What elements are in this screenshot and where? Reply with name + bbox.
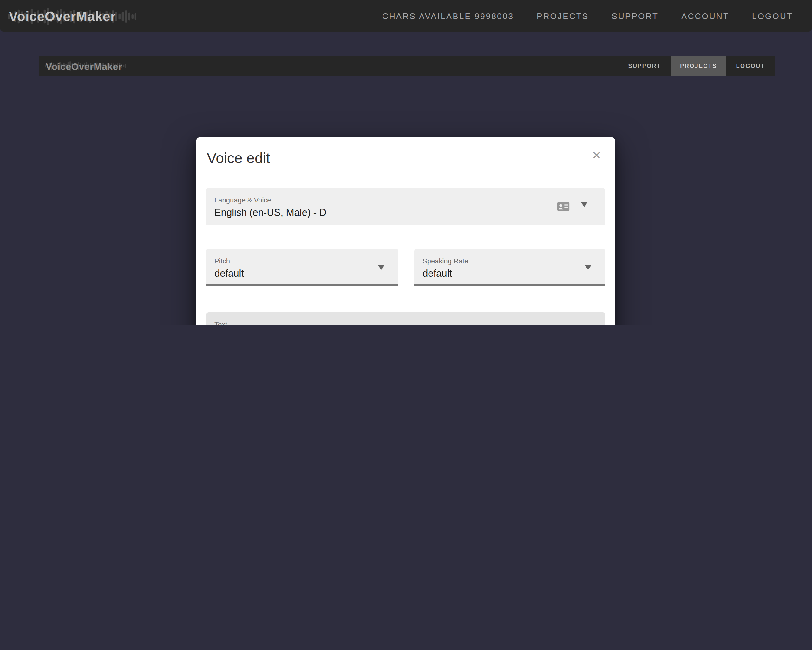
speaking-rate-value: default bbox=[423, 268, 452, 279]
chars-available-label: CHARS AVAILABLE 9998003 bbox=[382, 11, 514, 21]
app-logo[interactable]: VoiceOverMaker bbox=[9, 3, 116, 29]
editor-nav-projects[interactable]: PROJECTS bbox=[670, 57, 727, 75]
nav-account[interactable]: ACCOUNT bbox=[681, 11, 729, 21]
topbar-nav: CHARS AVAILABLE 9998003 PROJECTS SUPPORT… bbox=[382, 11, 793, 21]
language-voice-value: English (en-US, Male) - D bbox=[214, 207, 327, 218]
speaking-rate-select[interactable]: Speaking Rate default bbox=[414, 249, 605, 286]
language-voice-select[interactable]: Language & Voice English (en-US, Male) -… bbox=[206, 188, 605, 225]
app: VoiceOverMaker CHARS AVAILABLE 9998003 P… bbox=[0, 0, 812, 325]
pitch-value: default bbox=[214, 268, 244, 279]
chevron-down-icon bbox=[378, 265, 385, 270]
chevron-down-icon bbox=[581, 202, 588, 207]
editor-logo[interactable]: VoiceOverMaker bbox=[46, 58, 122, 73]
editor-nav-logout[interactable]: LOGOUT bbox=[727, 57, 775, 75]
editor-logo-text: VoiceOverMaker bbox=[46, 61, 122, 72]
editor-nav-support[interactable]: SUPPORT bbox=[619, 57, 671, 75]
nav-logout[interactable]: LOGOUT bbox=[752, 11, 793, 21]
pitch-label: Pitch bbox=[214, 257, 230, 265]
speaking-rate-label: Speaking Rate bbox=[423, 257, 468, 265]
nav-support[interactable]: SUPPORT bbox=[612, 11, 658, 21]
chevron-down-icon bbox=[585, 265, 591, 270]
text-input[interactable]: Text Hello World! bbox=[206, 312, 605, 325]
pitch-select[interactable]: Pitch default bbox=[206, 249, 398, 286]
nav-projects[interactable]: PROJECTS bbox=[537, 11, 589, 21]
editor-nav: SUPPORT PROJECTS LOGOUT bbox=[619, 57, 775, 75]
language-voice-label: Language & Voice bbox=[214, 196, 271, 204]
contact-card-icon[interactable] bbox=[557, 202, 570, 211]
topbar: VoiceOverMaker CHARS AVAILABLE 9998003 P… bbox=[0, 0, 812, 32]
app-logo-text: VoiceOverMaker bbox=[9, 9, 116, 24]
close-icon[interactable]: ✕ bbox=[592, 150, 601, 161]
voice-edit-modal: Voice edit ✕ Language & Voice English (e… bbox=[196, 137, 615, 325]
text-label: Text bbox=[214, 321, 227, 325]
modal-title: Voice edit bbox=[207, 150, 270, 167]
editor-header: VoiceOverMaker SUPPORT PROJECTS LOGOUT bbox=[39, 57, 775, 75]
